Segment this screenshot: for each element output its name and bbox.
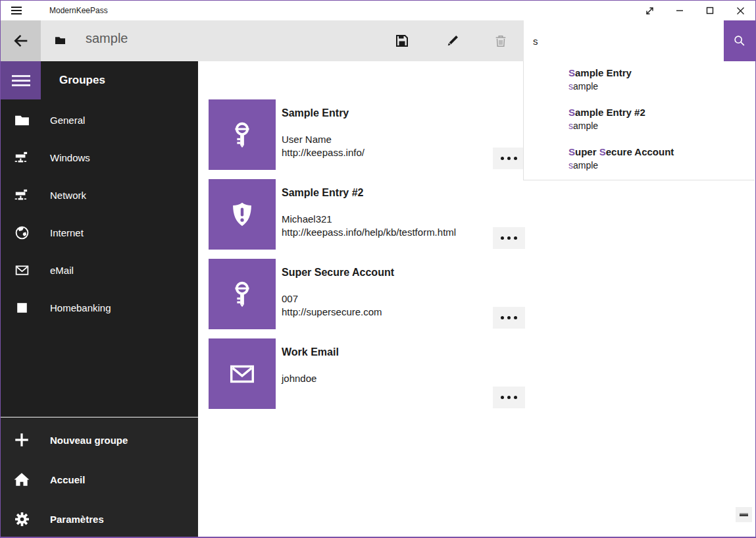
- add-icon: [13, 431, 30, 448]
- minimize-icon: [676, 7, 684, 14]
- ellipsis-icon: [501, 316, 504, 319]
- entry-row-work-email[interactable]: Work Email johndoe: [209, 338, 526, 409]
- delete-button[interactable]: [485, 20, 517, 61]
- entry-title: Sample Entry: [282, 107, 349, 119]
- entry-tile[interactable]: [209, 259, 276, 329]
- suggestion-subtitle: sample: [568, 159, 747, 172]
- titlebar: ModernKeePass: [1, 1, 755, 20]
- save-icon: [394, 33, 410, 49]
- entry-username: User Name: [282, 133, 365, 146]
- close-button[interactable]: [725, 1, 755, 20]
- pane-title: Groupes: [59, 61, 105, 99]
- entry-tile[interactable]: [209, 179, 276, 250]
- network-icon: [13, 149, 30, 167]
- edit-button[interactable]: [436, 20, 468, 61]
- search-suggestion-list: Sample Entry sample Sample Entry #2 samp…: [523, 61, 755, 180]
- sidebar-item-general[interactable]: General: [1, 101, 198, 139]
- entry-title: Super Secure Account: [282, 267, 394, 279]
- save-button[interactable]: [386, 20, 418, 61]
- sidebar-item-internet[interactable]: Internet: [1, 214, 198, 252]
- suggestion-title: Super Secure Account: [568, 146, 747, 159]
- suggestion-item[interactable]: Super Secure Account sample: [524, 142, 755, 182]
- entry-row-sample-entry-2[interactable]: Sample Entry #2 Michael321 http://keepas…: [209, 179, 526, 250]
- hamburger-icon: [12, 75, 30, 86]
- pane-toggle-button[interactable]: [1, 61, 41, 99]
- fullscreen-icon: [645, 6, 655, 16]
- entry-username: 007: [282, 292, 382, 306]
- group-list: General Windows Network: [1, 101, 198, 327]
- sidebar-item-home[interactable]: Accueil: [1, 460, 198, 499]
- settings-icon: [13, 511, 30, 527]
- ellipsis-icon: [501, 396, 504, 399]
- minimize-bar-icon: [740, 513, 748, 516]
- search-button[interactable]: [724, 20, 755, 61]
- group-title: sample: [86, 31, 128, 46]
- globe-icon: [13, 225, 30, 241]
- trash-icon: [493, 34, 508, 49]
- entry-tile[interactable]: [209, 99, 276, 170]
- entry-row-sample-entry[interactable]: Sample Entry User Name http://keepass.in…: [209, 99, 526, 170]
- square-icon: [13, 300, 30, 316]
- home-icon: [13, 471, 30, 488]
- group-folder-icon: [54, 34, 66, 49]
- mail-icon: [227, 359, 257, 389]
- entry-title: Work Email: [282, 346, 339, 358]
- back-button[interactable]: [1, 20, 41, 61]
- maximize-icon: [706, 7, 714, 14]
- key-icon: [227, 279, 257, 309]
- entry-url: http://supersecure.com: [282, 306, 382, 319]
- edit-icon: [445, 34, 460, 49]
- shield-alert-icon: [227, 200, 257, 230]
- maximize-button[interactable]: [695, 1, 725, 20]
- entry-url: http://keepass.info/: [282, 146, 365, 159]
- back-arrow-icon: [12, 32, 30, 50]
- minimize-button[interactable]: [665, 1, 695, 20]
- appbar: sample: [1, 20, 755, 61]
- sidebar-item-network[interactable]: Network: [1, 176, 198, 214]
- sidebar-item-new-group[interactable]: Nouveau groupe: [1, 420, 198, 460]
- fullscreen-button[interactable]: [634, 1, 665, 20]
- suggestion-title: Sample Entry: [568, 67, 747, 80]
- app-title: ModernKeePass: [49, 1, 108, 20]
- sidebar-footer: Nouveau groupe Accueil: [1, 417, 198, 537]
- sidebar-item-windows[interactable]: Windows: [1, 139, 198, 176]
- entry-tile[interactable]: [209, 338, 276, 409]
- key-icon: [227, 120, 257, 150]
- search-icon: [732, 34, 747, 48]
- entry-more-button[interactable]: [493, 387, 525, 408]
- sidebar-item-homebanking[interactable]: Homebanking: [1, 289, 198, 327]
- sidebar: Groupes General Windows: [1, 61, 198, 537]
- suggestion-item[interactable]: Sample Entry #2 sample: [524, 103, 755, 142]
- folder-icon: [13, 112, 30, 128]
- suggestion-item[interactable]: Sample Entry sample: [524, 63, 755, 103]
- caption-buttons: [634, 1, 755, 20]
- ellipsis-icon: [501, 157, 504, 160]
- system-menu-icon[interactable]: [11, 7, 22, 14]
- entry-more-button[interactable]: [493, 148, 525, 169]
- search-box: [524, 20, 724, 61]
- entry-username: Michael321: [282, 213, 456, 226]
- ellipsis-icon: [501, 236, 504, 240]
- mail-icon: [13, 262, 30, 279]
- suggestion-subtitle: sample: [568, 119, 747, 132]
- suggestion-title: Sample Entry #2: [568, 106, 747, 119]
- sidebar-item-email[interactable]: eMail: [1, 252, 198, 289]
- commandbar-more-button[interactable]: [736, 507, 752, 522]
- close-icon: [736, 7, 745, 15]
- entry-username: johndoe: [282, 372, 316, 385]
- entry-row-super-secure-account[interactable]: Super Secure Account 007 http://supersec…: [209, 259, 526, 329]
- search-input[interactable]: [524, 20, 724, 61]
- sidebar-item-settings[interactable]: Paramètres: [1, 499, 198, 538]
- network-icon: [13, 187, 30, 204]
- entry-title: Sample Entry #2: [282, 187, 364, 199]
- entry-more-button[interactable]: [493, 227, 525, 249]
- entry-more-button[interactable]: [493, 307, 525, 329]
- suggestion-subtitle: sample: [568, 80, 747, 93]
- entry-url: http://keepass.info/help/kb/testform.htm…: [282, 226, 456, 239]
